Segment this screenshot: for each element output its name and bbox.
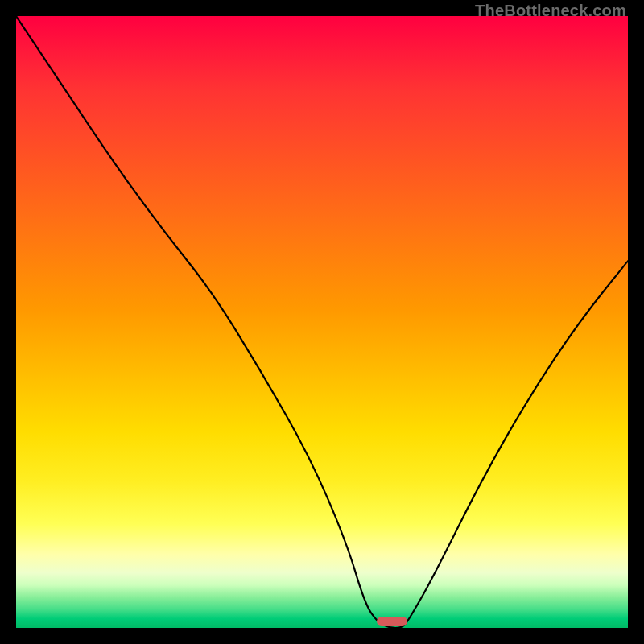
chart-frame: TheBottleneck.com xyxy=(0,0,644,644)
optimal-marker xyxy=(377,617,407,626)
watermark-text: TheBottleneck.com xyxy=(475,2,626,20)
plot-area xyxy=(16,16,628,628)
curve-path xyxy=(16,16,628,628)
bottleneck-curve xyxy=(16,16,628,628)
